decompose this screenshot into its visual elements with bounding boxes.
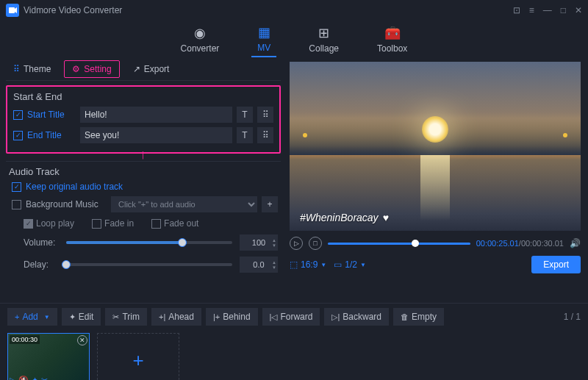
end-title-input[interactable] [80,127,232,143]
app-title: Vidmore Video Converter [24,5,122,15]
minimize-icon[interactable]: — [543,5,552,15]
clip-thumbnail[interactable]: 00:00:30 ✕ ▷ 🔇 ✦ ✂ [7,333,90,380]
start-end-section: Start & End ✓ Start Title T ⠿ ✓ End Titl… [6,85,281,154]
add-audio-button[interactable]: + [262,196,278,212]
fadeout-checkbox[interactable] [151,219,161,229]
empty-button[interactable]: 🗑Empty [393,308,444,326]
scissors-icon: ✂ [112,312,119,322]
feedback-icon[interactable]: ⊡ [513,5,520,15]
audio-track-section: Audio Track ✓ Keep original audio track … [6,161,281,273]
converter-icon: ◉ [194,25,206,41]
scale-icon: ▭ [334,259,342,270]
heart-icon: ♥ [383,212,389,223]
bg-music-select[interactable]: Click "+" to add audio [111,196,257,212]
export-icon: ↗ [133,64,140,74]
annotation-arrow-icon: ↑ [140,147,146,162]
start-end-heading: Start & End [13,91,273,102]
bg-music-label: Background Music [26,199,107,209]
aspect-icon: ⬚ [290,259,298,270]
forward-button[interactable]: |◁Forward [262,308,320,326]
progress-bar[interactable] [328,243,470,245]
plus-icon: + [15,312,19,321]
delay-label: Delay: [24,259,59,270]
end-grid-button[interactable]: ⠿ [257,127,273,143]
export-button[interactable]: Export [531,256,581,273]
delay-value[interactable]: 0.0▲▼ [240,257,278,273]
nav-mv[interactable]: ▦MV [251,21,276,57]
close-icon[interactable]: ✕ [575,5,582,15]
edit-button[interactable]: ✦Edit [62,308,101,326]
video-preview: #WheninBoracay♥ [290,62,581,231]
play-button[interactable]: ▷ [290,237,303,250]
start-text-style-button[interactable]: T [237,107,253,123]
start-grid-button[interactable]: ⠿ [257,107,273,123]
menu-icon[interactable]: ≡ [529,5,534,15]
remove-clip-button[interactable]: ✕ [77,335,87,345]
start-title-checkbox[interactable]: ✓ [13,110,23,120]
loop-checkbox[interactable]: ✓ [24,219,33,229]
delay-slider[interactable] [66,263,232,266]
delay-stepper[interactable]: ▲▼ [272,260,276,270]
keep-audio-checkbox[interactable]: ✓ [12,182,21,192]
behind-button[interactable]: |+Behind [206,308,258,326]
tab-theme[interactable]: ⠿Theme [6,61,58,77]
volume-stepper[interactable]: ▲▼ [272,238,276,248]
nav-toolbox[interactable]: 🧰Toolbox [371,22,413,57]
audio-heading: Audio Track [9,166,278,177]
trash-icon: 🗑 [401,312,409,321]
ahead-button[interactable]: +|Ahead [151,308,201,326]
scale-select[interactable]: ▭1/2▼ [334,259,366,270]
clip-trim-icon[interactable]: ✂ [41,376,48,380]
stop-button[interactable]: □ [309,237,322,250]
fadein-label: Fade in [104,218,134,229]
theme-icon: ⠿ [13,64,20,74]
volume-slider[interactable] [66,241,232,244]
clip-play-icon[interactable]: ▷ [10,376,15,380]
clip-mute-icon[interactable]: 🔇 [18,376,29,380]
start-title-label: Start Title [27,110,76,120]
volume-icon[interactable]: 🔊 [570,238,581,248]
collage-icon: ⊞ [318,25,329,41]
add-clip-slot[interactable]: + [97,333,179,380]
wand-icon: ✦ [69,312,76,322]
app-logo [6,4,19,17]
end-text-style-button[interactable]: T [237,127,253,143]
page-counter: 1 / 1 [564,312,581,322]
end-title-checkbox[interactable]: ✓ [13,131,23,140]
gear-icon: ⚙ [72,64,80,74]
timecode: 00:00:25.01/00:00:30.01 [476,239,564,248]
overlay-text: #WheninBoracay♥ [300,212,389,223]
clip-effect-icon[interactable]: ✦ [32,376,38,380]
loop-label: Loop play [36,218,74,229]
clip-duration: 00:00:30 [10,335,40,344]
keep-audio-label: Keep original audio track [26,182,123,192]
tab-export[interactable]: ↗Export [126,61,177,77]
bg-music-checkbox[interactable] [12,200,21,209]
fadeout-label: Fade out [164,218,198,229]
trim-button[interactable]: ✂Trim [105,308,147,326]
start-title-input[interactable] [80,107,232,123]
add-button[interactable]: +Add▼ [7,308,57,326]
svg-rect-0 [9,7,15,13]
tab-setting[interactable]: ⚙Setting [64,60,119,78]
nav-converter[interactable]: ◉Converter [175,22,226,57]
backward-button[interactable]: ▷|Backward [324,308,389,326]
nav-collage[interactable]: ⊞Collage [303,22,345,57]
volume-value[interactable]: 100▲▼ [240,234,278,251]
maximize-icon[interactable]: □ [561,5,566,15]
end-title-label: End Title [27,130,76,140]
toolbox-icon: 🧰 [384,25,401,41]
mv-icon: ▦ [258,24,270,40]
aspect-select[interactable]: ⬚16:9▼ [290,259,326,270]
volume-label: Volume: [24,237,59,248]
fadein-checkbox[interactable] [92,219,101,229]
